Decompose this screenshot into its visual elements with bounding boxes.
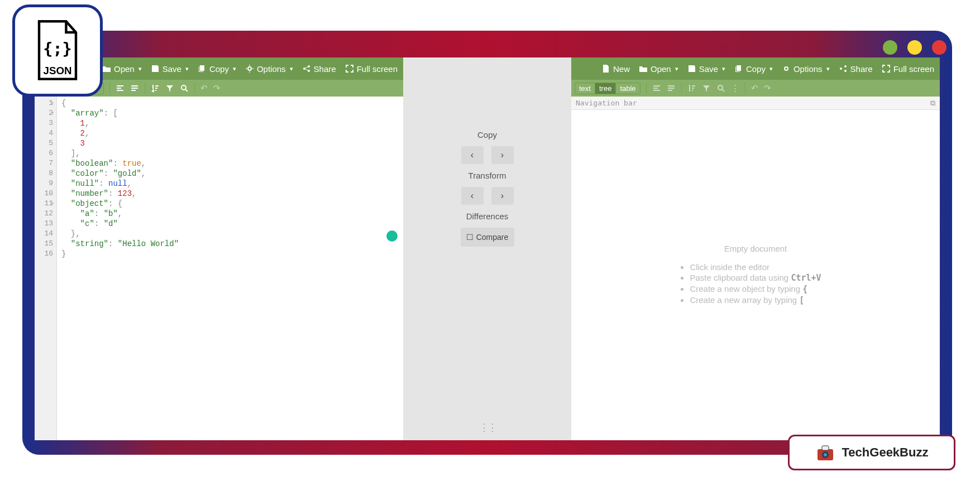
filter-icon[interactable]: [702, 84, 711, 93]
search-icon[interactable]: [180, 84, 189, 93]
traffic-yellow[interactable]: [907, 40, 922, 55]
copy-button[interactable]: Copy: [734, 64, 773, 74]
window-frame: New Open Save Copy Options Share Full sc…: [22, 31, 952, 455]
share-button[interactable]: Share: [839, 64, 873, 74]
more-icon[interactable]: ⋮: [731, 83, 739, 93]
status-dot: [386, 230, 398, 242]
left-panel: New Open Save Copy Options Share Full sc…: [35, 57, 403, 440]
svg-point-10: [844, 70, 847, 72]
redo-icon[interactable]: ↷: [764, 83, 771, 93]
line-gutter: 12345678910111213141516: [35, 97, 57, 440]
mode-tabs: text tree table: [575, 83, 640, 94]
compact-icon[interactable]: [130, 84, 139, 93]
empty-hints: Click inside the editorPaste clipboard d…: [690, 261, 821, 306]
external-link-icon[interactable]: ⧉: [930, 99, 935, 108]
drag-handle-icon[interactable]: ⋮⋮: [479, 421, 496, 434]
brand-badge: TechGeekBuzz: [788, 435, 955, 470]
traffic-green[interactable]: [883, 40, 897, 55]
svg-point-11: [718, 85, 723, 90]
save-button[interactable]: Save: [687, 64, 725, 74]
brand-icon: [815, 442, 835, 463]
undo-icon[interactable]: ↶: [751, 83, 758, 93]
filter-icon[interactable]: [165, 84, 174, 93]
app-body: New Open Save Copy Options Share Full sc…: [35, 57, 940, 440]
mode-text[interactable]: text: [575, 83, 595, 94]
traffic-red[interactable]: [932, 40, 946, 55]
transform-left-button[interactable]: ‹: [461, 187, 484, 205]
copy-label: Copy: [477, 130, 497, 139]
sort-icon[interactable]: [687, 84, 696, 93]
undo-icon[interactable]: ↶: [200, 83, 208, 93]
collapse-icon[interactable]: [667, 84, 676, 93]
empty-title: Empty document: [724, 244, 787, 253]
right-topbar: New Open Save Copy Options Share Full sc…: [571, 57, 940, 80]
json-logo-badge: {;} JSON: [12, 4, 103, 97]
mode-tree[interactable]: tree: [595, 83, 615, 94]
expand-icon[interactable]: [652, 84, 661, 93]
redo-icon[interactable]: ↷: [213, 83, 221, 93]
svg-point-14: [824, 453, 827, 456]
svg-point-2: [248, 67, 251, 70]
open-button[interactable]: Open: [639, 64, 678, 74]
compare-button[interactable]: ☐ Compare: [461, 228, 514, 247]
nav-text: Navigation bar: [576, 99, 637, 107]
transform-label: Transform: [469, 171, 506, 180]
open-button[interactable]: Open: [102, 64, 142, 74]
middle-column: Copy ‹ › Transform ‹ › Differences ☐ Com…: [403, 57, 571, 440]
copy-right-button[interactable]: ›: [491, 146, 514, 164]
svg-point-9: [844, 65, 847, 68]
save-button[interactable]: Save: [151, 64, 189, 74]
code-body[interactable]: { "array": [ 1, 2, 3 ], "boolean": true,…: [57, 97, 403, 440]
svg-text:JSON: JSON: [44, 64, 72, 76]
differences-label: Differences: [466, 211, 509, 221]
sort-icon[interactable]: [151, 84, 160, 93]
options-button[interactable]: Options: [245, 64, 293, 74]
right-subbar: text tree table ⋮ ↶ ↷: [571, 80, 940, 97]
new-button[interactable]: New: [601, 64, 630, 74]
empty-editor-right[interactable]: Empty document Click inside the editorPa…: [571, 110, 940, 440]
right-panel: New Open Save Copy Options Share Full sc…: [571, 57, 940, 440]
svg-rect-15: [822, 446, 829, 450]
brand-text: TechGeekBuzz: [842, 445, 929, 460]
svg-point-8: [840, 68, 842, 70]
svg-point-7: [785, 67, 788, 70]
code-editor-left[interactable]: 12345678910111213141516 { "array": [ 1, …: [35, 97, 403, 440]
fullscreen-button[interactable]: Full screen: [882, 64, 934, 74]
transform-right-button[interactable]: ›: [491, 187, 514, 205]
copy-left-button[interactable]: ‹: [461, 146, 484, 164]
format-icon[interactable]: [116, 84, 125, 93]
navigation-bar[interactable]: Navigation bar ⧉: [571, 97, 940, 110]
copy-button[interactable]: Copy: [198, 64, 236, 74]
mode-table[interactable]: table: [615, 83, 639, 94]
fullscreen-button[interactable]: Full screen: [345, 64, 398, 74]
options-button[interactable]: Options: [782, 64, 830, 74]
svg-point-6: [181, 85, 186, 90]
share-button[interactable]: Share: [302, 64, 336, 74]
svg-text:{;}: {;}: [43, 39, 72, 57]
window-traffic-lights: [883, 40, 946, 55]
search-icon[interactable]: [716, 84, 725, 93]
